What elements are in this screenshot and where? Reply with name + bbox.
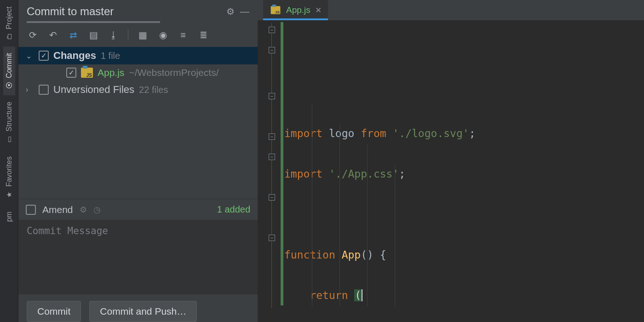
fold-marker[interactable]: − <box>269 47 275 53</box>
expand-icon[interactable]: ≡ <box>177 29 189 41</box>
side-tab-commit[interactable]: ⦿ Commit <box>3 46 15 95</box>
commit-push-button[interactable]: Commit and Push… <box>89 301 197 322</box>
side-tab-pm[interactable]: pm <box>3 205 15 228</box>
added-count: 1 added <box>217 204 250 215</box>
diff-icon[interactable]: ⇄ <box>67 29 79 41</box>
commit-message-placeholder: Commit Message <box>27 225 108 236</box>
commit-icon: ⦿ <box>6 81 12 89</box>
active-tab-indicator <box>27 21 160 23</box>
tool-sidebar: 🗀 Project ⦿ Commit ▭ Structure ★ Favorit… <box>0 0 18 322</box>
js-file-icon <box>81 68 93 78</box>
unversioned-label: Unversioned Files <box>53 84 134 96</box>
checkbox-file[interactable] <box>66 68 76 78</box>
file-name: App.js <box>98 67 124 78</box>
fold-marker[interactable]: − <box>269 93 275 99</box>
fold-marker[interactable]: − <box>269 235 275 241</box>
commit-message-input[interactable]: Commit Message <box>18 220 258 294</box>
chevron-down-icon[interactable]: ⌄ <box>26 52 34 60</box>
tab-label: App.js <box>286 5 310 15</box>
file-path: ~/WebstormProjects/ <box>129 67 218 78</box>
editor-gutter[interactable]: − − − − − − − <box>258 20 284 322</box>
checkbox-changes[interactable] <box>39 51 49 61</box>
commit-title: Commit to master <box>27 5 221 18</box>
side-tab-label: Structure <box>5 102 13 132</box>
amend-bar: Amend ⚙ ◷ 1 added <box>18 199 258 220</box>
star-icon: ★ <box>5 190 13 199</box>
history-icon[interactable]: ◷ <box>93 205 101 215</box>
changes-tree: ⌄ Changes 1 file App.js ~/WebstormProjec… <box>18 47 258 98</box>
commit-buttons: Commit Commit and Push… <box>18 294 258 322</box>
changes-count: 1 file <box>101 51 120 61</box>
changes-group[interactable]: ⌄ Changes 1 file <box>18 47 258 64</box>
changelist-icon[interactable]: ▤ <box>87 29 99 41</box>
checkbox-amend[interactable] <box>26 205 36 215</box>
changes-label: Changes <box>53 50 96 62</box>
side-tab-label: Commit <box>5 53 13 78</box>
editor-pane: App.js ✕ − − − − − − − import logo from … <box>258 0 644 322</box>
checkbox-unversioned[interactable] <box>39 85 49 95</box>
close-icon[interactable]: ✕ <box>315 6 322 15</box>
group-icon[interactable]: ▦ <box>137 29 149 41</box>
side-tab-favorites[interactable]: ★ Favorites <box>3 150 15 205</box>
editor-tab-appjs[interactable]: App.js ✕ <box>263 0 328 20</box>
commit-button[interactable]: Commit <box>27 301 81 322</box>
gear-icon[interactable]: ⚙ <box>226 6 235 17</box>
side-tab-label: Project <box>5 6 13 29</box>
shelve-icon[interactable]: ⭳ <box>108 29 120 41</box>
code-area[interactable]: import logo from './logo.svg'; import '.… <box>284 20 644 322</box>
editor-tabs: App.js ✕ <box>258 0 644 20</box>
side-tab-label: Favorites <box>5 156 13 187</box>
unversioned-count: 22 files <box>139 85 168 95</box>
structure-icon: ▭ <box>5 135 13 144</box>
chevron-right-icon[interactable]: › <box>26 86 34 94</box>
commit-panel: Commit to master ⚙ — ⟳ ↶ ⇄ ▤ ⭳ ▦ ◉ ≡ ≣ ⌄… <box>18 0 258 322</box>
refresh-icon[interactable]: ⟳ <box>27 29 39 41</box>
separator <box>128 29 128 40</box>
unversioned-group[interactable]: › Unversioned Files 22 files <box>18 81 258 98</box>
fold-marker[interactable]: − <box>269 154 275 160</box>
editor-body: − − − − − − − import logo from './logo.s… <box>258 20 644 322</box>
fold-marker[interactable]: − <box>269 133 275 140</box>
minimize-icon[interactable]: — <box>240 6 249 17</box>
preview-icon[interactable]: ◉ <box>157 29 169 41</box>
rollback-icon[interactable]: ↶ <box>47 29 59 41</box>
side-tab-structure[interactable]: ▭ Structure <box>3 95 15 150</box>
commit-toolbar: ⟳ ↶ ⇄ ▤ ⭳ ▦ ◉ ≡ ≣ <box>18 23 258 47</box>
collapse-icon[interactable]: ≣ <box>197 29 209 41</box>
amend-label: Amend <box>42 204 73 215</box>
js-file-icon <box>271 6 281 14</box>
fold-marker[interactable]: − <box>269 194 275 201</box>
folder-icon: 🗀 <box>6 33 12 40</box>
gear-icon[interactable]: ⚙ <box>80 205 87 215</box>
commit-header: Commit to master ⚙ — <box>18 0 258 23</box>
side-tab-label: pm <box>5 212 13 222</box>
side-tab-project[interactable]: 🗀 Project <box>3 0 15 46</box>
vcs-change-marker <box>281 22 283 305</box>
changed-file-row[interactable]: App.js ~/WebstormProjects/ <box>18 64 258 81</box>
fold-marker[interactable]: − <box>269 27 275 33</box>
